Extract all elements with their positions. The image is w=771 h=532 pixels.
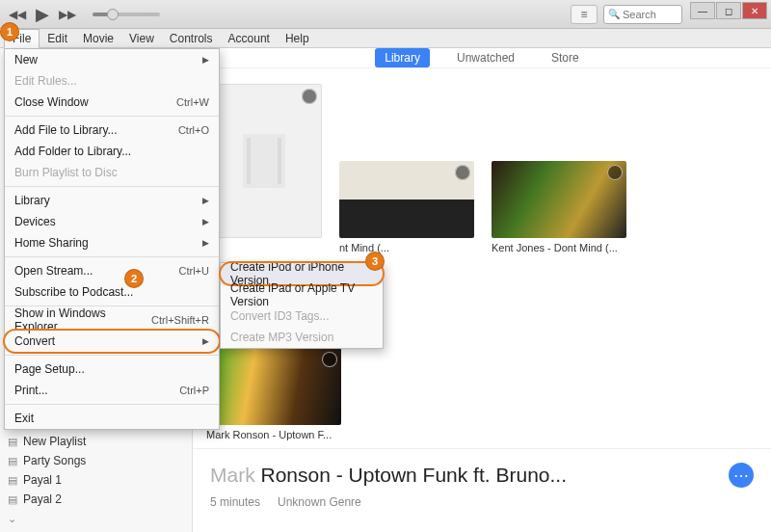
annotation-marker-3: 3 xyxy=(366,253,384,270)
menu-item-print[interactable]: Print...Ctrl+P xyxy=(5,380,219,401)
submenu-arrow-icon: ▶ xyxy=(202,238,209,248)
svg-rect-2 xyxy=(278,138,281,184)
playlist-icon: ▤ xyxy=(8,436,17,448)
menu-item-convert-id3: Convert ID3 Tags... xyxy=(221,306,383,327)
playlist-label: New Playlist xyxy=(23,435,86,448)
detail-sub: 5 minutes Unknown Genre xyxy=(210,495,754,509)
list-view-button[interactable]: ≡ xyxy=(571,5,598,24)
tab-store[interactable]: Store xyxy=(542,48,589,67)
svg-rect-1 xyxy=(247,138,251,184)
menu-account[interactable]: Account xyxy=(221,29,278,47)
menu-item-burn: Burn Playlist to Disc xyxy=(5,162,219,183)
playback-controls: ◀◀ ▶ ▶▶ xyxy=(0,6,160,23)
playlist-item[interactable]: ▤New Playlist xyxy=(0,432,192,451)
playlist-icon: ▤ xyxy=(8,493,17,506)
menu-separator xyxy=(5,116,219,117)
detail-duration: 5 minutes xyxy=(210,495,260,509)
menu-item-show-explorer[interactable]: Show in Windows ExplorerCtrl+Shift+R xyxy=(5,309,219,331)
filter-tabs: Library Unwatched Store xyxy=(193,48,771,68)
next-button[interactable]: ▶▶ xyxy=(58,6,77,23)
menu-item-edit-rules: Edit Rules... xyxy=(5,70,219,92)
playlist-label: Payal 2 xyxy=(23,492,62,506)
search-field[interactable]: 🔍 xyxy=(603,5,682,24)
playlist-item[interactable]: ▤Payal 1 xyxy=(0,470,192,490)
file-menu-dropdown: New▶ Edit Rules... Close WindowCtrl+W Ad… xyxy=(4,48,220,430)
maximize-button[interactable]: ◻ xyxy=(716,2,741,19)
menu-separator xyxy=(5,186,219,187)
thumb-art xyxy=(339,161,474,238)
video-grid: nt Mind (... Kent Jones - Dont Mind (...… xyxy=(193,68,771,448)
submenu-arrow-icon: ▶ xyxy=(202,217,209,226)
playlist-label: Payal 1 xyxy=(23,473,62,487)
titlebar: ◀◀ ▶ ▶▶ ≡ 🔍 — ◻ ✕ xyxy=(0,0,771,29)
menu-item-convert[interactable]: Convert▶ xyxy=(5,331,219,352)
menu-item-home-sharing[interactable]: Home Sharing▶ xyxy=(5,232,219,253)
menu-item-new[interactable]: New▶ xyxy=(5,49,219,70)
more-options-button[interactable]: ⋯ xyxy=(729,463,754,488)
menu-item-add-folder[interactable]: Add Folder to Library... xyxy=(5,141,219,162)
thumb-label: Kent Jones - Dont Mind (... xyxy=(492,242,626,253)
menu-item-add-file[interactable]: Add File to Library...Ctrl+O xyxy=(5,120,219,141)
menu-separator xyxy=(5,355,219,356)
annotation-marker-1: 1 xyxy=(1,23,18,40)
menu-bar: File Edit Movie View Controls Account He… xyxy=(0,29,771,48)
menu-item-subscribe-podcast[interactable]: Subscribe to Podcast... xyxy=(5,281,219,303)
video-thumb[interactable]: Mark Ronson - Uptown F... xyxy=(206,348,341,440)
detail-title: Mark Ronson - Uptown Funk ft. Bruno... xyxy=(210,464,567,487)
video-thumb-placeholder[interactable] xyxy=(206,84,322,253)
menu-item-create-ipad[interactable]: Create iPad or Apple TV Version xyxy=(221,284,383,306)
detail-title-row: Mark Ronson - Uptown Funk ft. Bruno... ⋯ xyxy=(210,463,754,488)
playlist-icon: ▤ xyxy=(8,455,17,467)
convert-submenu: Create iPod or iPhone Version Create iPa… xyxy=(220,262,384,349)
menu-separator xyxy=(5,256,219,257)
chevron-down-icon: ⌄ xyxy=(8,513,16,525)
tab-library[interactable]: Library xyxy=(375,48,430,67)
menu-item-exit[interactable]: Exit xyxy=(5,408,219,429)
playlist-label: Party Songs xyxy=(23,454,86,467)
detail-pane: Mark Ronson - Uptown Funk ft. Bruno... ⋯… xyxy=(193,448,771,532)
prev-button[interactable]: ◀◀ xyxy=(8,6,27,23)
video-thumb[interactable]: nt Mind (... xyxy=(339,161,474,253)
detail-genre: Unknown Genre xyxy=(278,495,361,509)
menu-item-page-setup[interactable]: Page Setup... xyxy=(5,359,219,380)
thumb-label: Mark Ronson - Uptown F... xyxy=(206,429,341,440)
menu-item-library[interactable]: Library▶ xyxy=(5,190,219,211)
tab-unwatched[interactable]: Unwatched xyxy=(447,48,524,67)
menu-view[interactable]: View xyxy=(121,29,162,47)
placeholder-art xyxy=(206,84,322,238)
play-button[interactable]: ▶ xyxy=(33,6,52,23)
submenu-arrow-icon: ▶ xyxy=(202,336,209,346)
menu-movie[interactable]: Movie xyxy=(75,29,121,47)
menu-item-create-mp3: Create MP3 Version xyxy=(221,327,383,348)
submenu-arrow-icon: ▶ xyxy=(202,196,209,205)
menu-controls[interactable]: Controls xyxy=(162,29,221,47)
menu-separator xyxy=(5,404,219,405)
playlist-item[interactable]: ▤Party Songs xyxy=(0,451,192,470)
thumb-label: nt Mind (... xyxy=(339,242,474,253)
search-icon: 🔍 xyxy=(608,9,620,19)
annotation-marker-2: 2 xyxy=(125,270,143,287)
minimize-button[interactable]: — xyxy=(690,2,715,19)
search-input[interactable] xyxy=(623,9,678,20)
thumb-art xyxy=(206,348,341,425)
thumb-art xyxy=(492,161,626,238)
volume-slider[interactable] xyxy=(93,13,160,16)
filmstrip-icon xyxy=(243,134,285,188)
video-thumb[interactable]: Kent Jones - Dont Mind (... xyxy=(492,161,626,253)
playlist-icon: ▤ xyxy=(8,474,17,487)
menu-item-close-window[interactable]: Close WindowCtrl+W xyxy=(5,92,219,113)
menu-item-open-stream[interactable]: Open Stream...Ctrl+U xyxy=(5,260,219,281)
window-controls: — ◻ ✕ xyxy=(690,2,767,19)
submenu-arrow-icon: ▶ xyxy=(202,55,209,65)
menu-item-devices[interactable]: Devices▶ xyxy=(5,211,219,232)
menu-edit[interactable]: Edit xyxy=(40,29,75,47)
playlist-item[interactable]: ▤Payal 2 xyxy=(0,490,192,509)
close-button[interactable]: ✕ xyxy=(742,2,767,19)
playlist-more[interactable]: ⌄ xyxy=(0,509,192,528)
menu-help[interactable]: Help xyxy=(278,29,317,47)
